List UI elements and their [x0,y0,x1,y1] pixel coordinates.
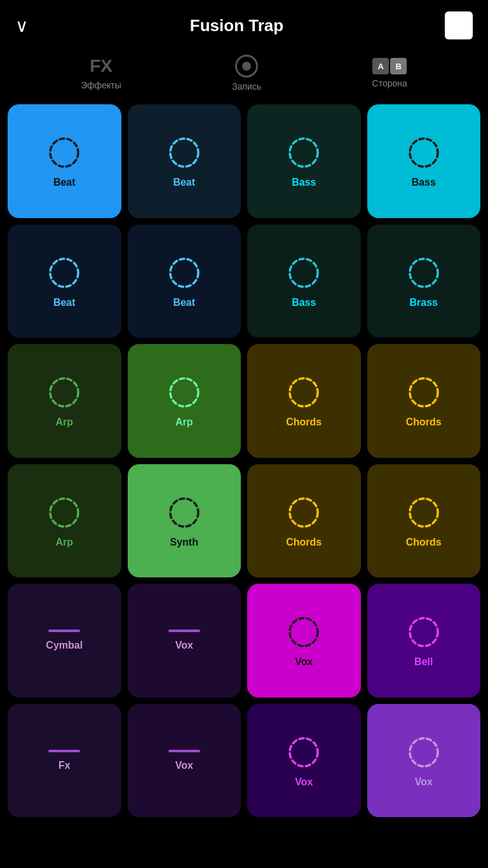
pad-10[interactable]: Chords [247,344,361,458]
pad-grid: Beat Beat Bass Bass Beat Beat Bass Brass… [0,104,488,830]
svg-point-9 [170,378,198,406]
pad-6[interactable]: Bass [247,224,361,338]
pad-label-4: Beat [53,297,76,308]
pad-circle-icon [405,733,443,771]
pad-label-11: Chords [406,417,442,428]
header-square-button[interactable] [445,11,473,39]
pad-circle-icon [45,134,83,172]
svg-point-3 [410,139,438,167]
pad-16[interactable]: Cymbal [8,584,121,698]
pad-line-icon [48,750,80,752]
pad-circle-icon [45,254,83,292]
record-inner [242,62,251,71]
svg-point-4 [50,259,78,287]
pad-label-2: Bass [292,177,316,188]
pad-label-14: Chords [286,537,322,548]
pad-circle-icon [285,733,323,771]
pad-circle-icon [285,373,323,411]
pad-label-12: Arp [55,537,73,548]
svg-point-16 [290,618,318,646]
fx-label: Эффекты [81,80,121,90]
toolbar: FX Эффекты Запись A B Сторона [0,46,488,104]
pad-circle-icon [285,254,323,292]
fx-icon: FX [90,56,112,76]
pad-4[interactable]: Beat [8,224,121,338]
page-title: Fusion Trap [190,16,283,36]
pad-label-20: Fx [58,760,71,771]
pad-label-16: Cymbal [46,640,83,651]
pad-label-3: Bass [412,177,436,188]
svg-point-7 [410,259,438,287]
pad-5[interactable]: Beat [128,224,241,338]
pad-label-23: Vox [415,776,433,788]
svg-point-17 [410,618,438,646]
svg-point-6 [290,259,318,287]
header: ∨ Fusion Trap [0,0,488,46]
pad-18[interactable]: Vox [247,584,361,698]
pad-circle-icon [45,373,83,411]
pad-circle-icon [405,134,443,172]
pad-19[interactable]: Bell [367,584,481,698]
record-button[interactable]: Запись [232,55,261,92]
pad-circle-icon [165,493,203,532]
pad-circle-icon [285,493,323,532]
pad-15[interactable]: Chords [367,464,481,578]
pad-label-17: Vox [175,640,193,651]
svg-point-15 [410,499,438,527]
pad-22[interactable]: Vox [247,704,361,818]
pad-label-21: Vox [175,760,193,771]
record-icon [235,55,258,78]
pad-label-0: Beat [53,177,76,188]
pad-circle-icon [405,493,443,532]
pad-label-15: Chords [406,537,442,548]
pad-circle-icon [165,134,203,172]
pad-17[interactable]: Vox [128,584,241,698]
a-box: A [372,58,389,74]
ab-button[interactable]: A B Сторона [372,58,407,88]
pad-7[interactable]: Brass [367,224,481,338]
record-label: Запись [232,81,261,92]
pad-circle-icon [45,493,83,532]
pad-2[interactable]: Bass [247,104,361,218]
pad-8[interactable]: Arp [8,344,121,458]
pad-label-10: Chords [286,417,322,428]
pad-label-8: Arp [55,417,73,428]
pad-label-13: Synth [170,537,198,548]
pad-circle-icon [405,613,443,651]
pad-label-19: Bell [414,656,433,668]
pad-circle-icon [405,373,443,411]
pad-label-6: Bass [292,297,316,308]
ab-icon: A B [372,58,407,74]
pad-23[interactable]: Vox [367,704,481,818]
pad-line-icon [48,630,80,632]
svg-point-5 [170,259,198,287]
pad-11[interactable]: Chords [367,344,481,458]
b-box: B [390,58,407,74]
pad-line-icon [168,750,200,752]
pad-line-icon [168,630,200,632]
svg-point-11 [410,378,438,406]
pad-14[interactable]: Chords [247,464,361,578]
ab-label: Сторона [372,78,407,88]
svg-point-14 [290,499,318,527]
pad-label-22: Vox [295,776,313,788]
pad-circle-icon [285,613,323,651]
pad-3[interactable]: Bass [367,104,481,218]
pad-20[interactable]: Fx [8,704,121,818]
pad-1[interactable]: Beat [128,104,241,218]
svg-point-13 [170,499,198,527]
svg-point-0 [50,139,78,167]
pad-12[interactable]: Arp [8,464,121,578]
svg-point-12 [50,499,78,527]
pad-label-1: Beat [173,177,195,188]
pad-label-7: Brass [410,297,438,308]
pad-21[interactable]: Vox [128,704,241,818]
fx-button[interactable]: FX Эффекты [81,56,121,90]
back-chevron[interactable]: ∨ [15,15,29,36]
pad-label-9: Arp [175,417,193,428]
pad-circle-icon [285,134,323,172]
svg-point-19 [410,738,438,766]
pad-0[interactable]: Beat [8,104,121,218]
pad-9[interactable]: Arp [128,344,241,458]
pad-13[interactable]: Synth [128,464,241,578]
